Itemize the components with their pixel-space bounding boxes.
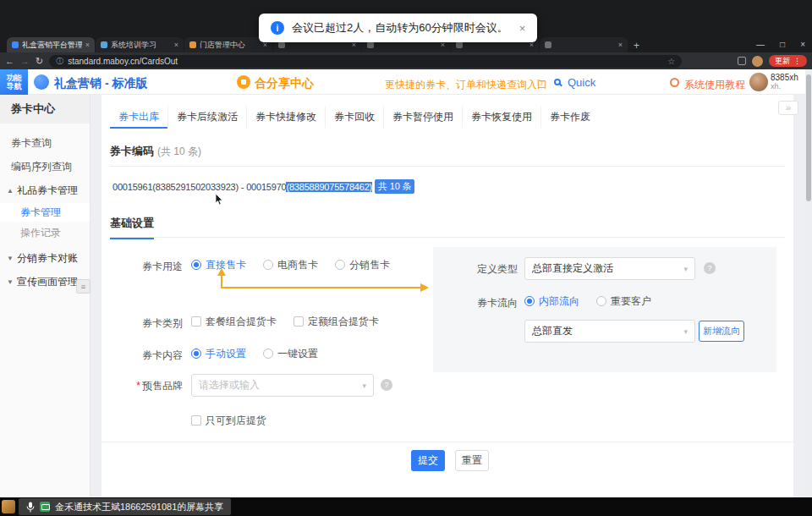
checkbox-fixed-combo-card[interactable]: 定额组合提货卡 [294, 314, 379, 329]
new-tab-button[interactable]: + [634, 39, 639, 52]
section-basic-settings: 基础设置 [110, 215, 785, 238]
define-type-help-icon[interactable]: ? [704, 262, 716, 274]
divider [102, 442, 793, 442]
quick-search-link[interactable]: Quick [568, 76, 595, 89]
label-card-usage: 券卡用途 [117, 260, 183, 274]
reset-button[interactable]: 重置 [455, 450, 489, 471]
search-icon[interactable] [554, 79, 561, 85]
sidebar-item-label: 券卡查询 [11, 136, 52, 151]
forward-button[interactable]: → [20, 56, 30, 66]
sidebar-collapse-handle[interactable]: ≡ [76, 279, 91, 294]
card-flow-options: 内部流向 重要客户 [524, 294, 668, 309]
tab-cards-activate[interactable]: 券卡后续激活 [167, 106, 246, 129]
chevron-down-icon: ▾ [683, 265, 688, 273]
radio-ecommerce-sale[interactable]: 电商售卡 [263, 257, 318, 272]
window-close-button[interactable]: × [800, 40, 805, 49]
checkbox-icon[interactable] [294, 316, 304, 327]
user-avatar[interactable] [749, 73, 768, 91]
bookmark-star-icon[interactable]: ☆ [667, 57, 675, 66]
sidebar-item-card-query[interactable]: 券卡查询 [0, 134, 90, 152]
browser-profile-avatar[interactable] [752, 56, 763, 67]
browser-tab-main[interactable]: 礼盒营销平台管理中心 × [7, 37, 95, 52]
store-pickup-row: 只可到店提货 [191, 413, 283, 428]
panel-collapse-button[interactable]: » [778, 101, 798, 115]
define-type-select[interactable]: 总部直接定义激活 ▾ [524, 257, 695, 280]
option-label: 一键设置 [277, 347, 318, 361]
tab-favicon-icon [278, 41, 285, 48]
tab-close-icon[interactable]: × [85, 41, 90, 49]
tab-title: 礼盒营销平台管理中心 [22, 40, 82, 51]
sidebar-item-label: 宣传画面管理 [17, 275, 78, 289]
option-label: 定额组合提货卡 [308, 315, 379, 329]
browser-tab-training[interactable]: 系统培训学习 × [96, 37, 184, 52]
option-label: 重要客户 [611, 294, 651, 309]
sidebar-item-card-mgmt[interactable]: 券卡管理 [0, 203, 90, 222]
scrollbar-thumb[interactable] [806, 74, 811, 201]
screen: 礼盒营销平台管理中心 × 系统培训学习 × 门店管理中心 × × × × [0, 0, 812, 516]
card-code-range[interactable]: 00015961(8385291502033923) - 00015970 (8… [112, 179, 414, 194]
radio-icon[interactable] [524, 296, 535, 306]
radio-manual-setting[interactable]: 手动设置 [191, 346, 246, 361]
radio-onekey-setting[interactable]: 一键设置 [263, 346, 318, 361]
flow-select[interactable]: 总部直发 ▾ [524, 320, 695, 343]
share-center-link[interactable]: 合分享中心 [255, 76, 314, 91]
extensions-icon[interactable] [738, 57, 746, 65]
refresh-button[interactable]: ↻ [36, 56, 43, 67]
submit-button[interactable]: 提交 [411, 450, 445, 471]
sidebar-group-gift-card-mgmt[interactable]: ▲ 礼品券卡管理 [0, 181, 90, 200]
brand-help-icon[interactable]: ? [381, 379, 392, 391]
radio-icon[interactable] [191, 260, 201, 270]
tutorial-link[interactable]: 系统使用教程 [684, 78, 745, 92]
radio-icon[interactable] [263, 260, 273, 270]
tab-cards-outbound[interactable]: 券卡出库 [110, 106, 167, 129]
toast-message: 会议已超过2人，自动转为60分钟限时会议。 [292, 20, 508, 36]
checkbox-icon[interactable] [191, 316, 201, 327]
radio-important-customer[interactable]: 重要客户 [596, 294, 651, 309]
tab-favicon-icon [367, 41, 374, 48]
tab-cards-void[interactable]: 券卡作废 [540, 106, 599, 129]
option-label: 手动设置 [206, 347, 246, 361]
window-maximize-button[interactable]: □ [780, 40, 785, 49]
window-controls: — □ × [756, 37, 805, 51]
brand-select[interactable]: 请选择或输入 ▾ [191, 374, 374, 397]
back-button[interactable]: ← [5, 56, 14, 66]
caret-down-icon: ▼ [7, 278, 14, 286]
select-value: 总部直接定义激活 [532, 261, 613, 276]
checkbox-icon[interactable] [191, 415, 201, 425]
window-minimize-button[interactable]: — [756, 40, 765, 49]
address-bar[interactable]: ⓘ standard.maboy.cn/CardsOut ☆ [49, 55, 682, 68]
page-scrollbar[interactable] [805, 69, 812, 497]
tab-cards-recycle[interactable]: 券卡回收 [325, 106, 383, 129]
code-count: (共 10 条) [157, 145, 201, 157]
toast-close-icon[interactable]: × [519, 22, 526, 35]
section-title: 券卡编码 [110, 145, 154, 157]
browser-tab[interactable]: × [540, 37, 628, 52]
sidebar-item-operation-log[interactable]: 操作记录 [0, 223, 90, 242]
tab-cards-resume[interactable]: 券卡恢复使用 [462, 106, 540, 129]
radio-direct-sale[interactable]: 直接售卡 [191, 257, 246, 272]
radio-icon[interactable] [263, 349, 273, 359]
app-logo[interactable]: 功能 导航 [0, 69, 28, 95]
radio-icon[interactable] [191, 349, 201, 359]
radio-icon[interactable] [596, 296, 606, 306]
radio-icon[interactable] [335, 260, 345, 270]
tab-cards-quick-edit[interactable]: 券卡快捷修改 [246, 106, 325, 129]
section-title: 基础设置 [110, 216, 154, 239]
tab-close-icon[interactable]: × [174, 41, 178, 49]
tab-favicon-icon [189, 41, 196, 48]
checkbox-package-combo-card[interactable]: 套餐组合提货卡 [191, 314, 277, 329]
radio-internal-flow[interactable]: 内部流向 [524, 294, 579, 309]
browser-update-button[interactable]: 更新 ⋮ [769, 55, 807, 67]
tab-close-icon[interactable]: × [618, 41, 623, 49]
screen-share-icon [40, 502, 50, 512]
sidebar-group-distribution-reconcile[interactable]: ▼ 分销券卡对账 [0, 249, 90, 267]
tab-cards-pause[interactable]: 券卡暂停使用 [383, 106, 462, 129]
chevron-down-icon: ▾ [362, 382, 366, 390]
browser-menu-icon[interactable]: ⋮ [793, 57, 801, 65]
checkbox-store-pickup-only[interactable]: 只可到店提货 [191, 413, 266, 428]
add-flow-button[interactable]: 新增流向 [699, 321, 744, 342]
site-info-icon[interactable]: ⓘ [56, 56, 63, 67]
screen-share-text: 金禾通技术王斌18662591081的屏幕共享 [55, 501, 223, 513]
sidebar-item-code-sequence-query[interactable]: 编码序列查询 [0, 157, 90, 176]
radio-distribution-sale[interactable]: 分销售卡 [335, 257, 390, 272]
